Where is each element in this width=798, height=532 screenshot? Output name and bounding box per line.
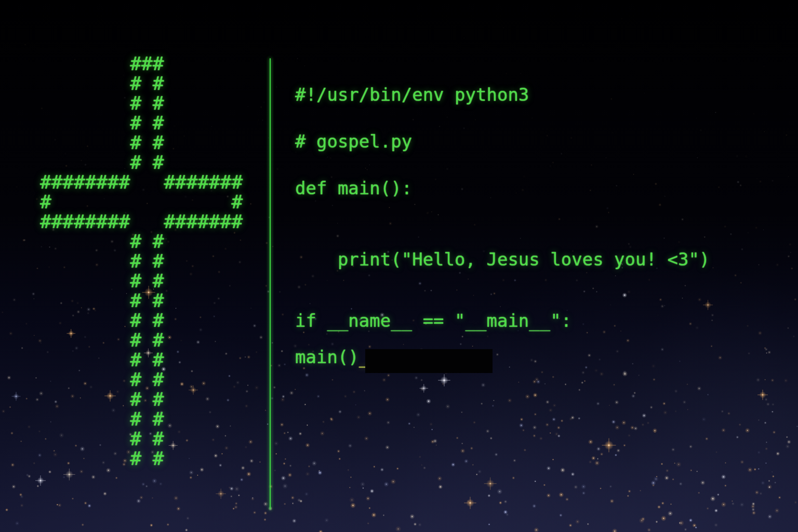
- code-editor[interactable]: #!/usr/bin/env python3 # gospel.py def m…: [295, 0, 798, 532]
- ascii-cross-art: ### # # # # # # # # # # ######## #######…: [40, 54, 243, 469]
- code-line-shebang: #!/usr/bin/env python3: [295, 84, 529, 105]
- code-line-if-name-main: if __name__ == "__main__":: [295, 310, 571, 331]
- main-call-text: main(): [295, 347, 359, 367]
- code-line-print: print("Hello, Jesus loves you! <3"): [295, 248, 710, 270]
- divider-line: [270, 58, 271, 510]
- code-line-filename-comment: # gospel.py: [295, 130, 412, 152]
- redaction-box: [365, 349, 493, 373]
- code-line-main-call: main()_: [295, 346, 369, 368]
- terminal-screen: ### # # # # # # # # # # ######## #######…: [0, 0, 798, 532]
- code-line-def-main: def main():: [295, 177, 412, 199]
